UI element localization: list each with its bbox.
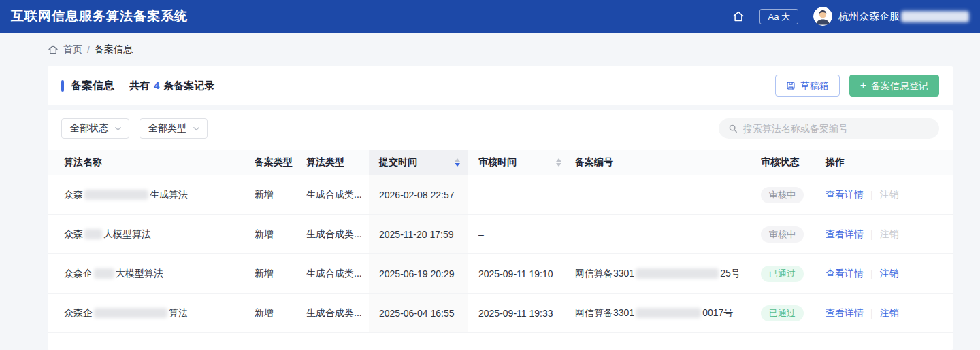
- view-details-link[interactable]: 查看详情: [826, 228, 864, 241]
- submit-time: 2025-06-04 16:55: [369, 294, 468, 332]
- draft-icon: [786, 81, 796, 90]
- breadcrumb-home-icon: [48, 44, 59, 55]
- filing-type: 新增: [255, 294, 306, 332]
- algorithm-name: 众森企大模型算法: [48, 254, 255, 293]
- breadcrumb-current: 备案信息: [95, 43, 133, 56]
- breadcrumb-separator: /: [87, 44, 90, 55]
- breadcrumb: 首页 / 备案信息: [0, 33, 980, 66]
- cancel-link: 注销: [880, 228, 899, 241]
- title-accent-bar: [61, 80, 64, 92]
- row-actions: 查看详情|注销: [826, 294, 953, 332]
- status-badge-cell: 审核中: [761, 215, 826, 253]
- table-row: 众森企算法 新增 生成合成类... 2025-06-04 16:55 2025-…: [48, 294, 953, 333]
- type-filter-select[interactable]: 全部类型: [140, 118, 208, 139]
- status-badge-cell: 审核中: [761, 175, 826, 214]
- algo-type: 生成合成类...: [306, 175, 369, 214]
- submit-time: 2025-06-19 20:29: [369, 254, 468, 293]
- filing-type: 新增: [255, 215, 306, 253]
- algo-type: 生成合成类...: [306, 294, 369, 332]
- redaction-blur: [901, 11, 969, 22]
- user-name: 杭州众森企服: [838, 10, 969, 23]
- filing-number: [575, 175, 761, 214]
- app-header: 互联网信息服务算法备案系统 Aa 大 杭州众森企服: [0, 0, 980, 33]
- table-row: 众森大模型算法 新增 生成合成类... 2025-11-20 17:59 – 审…: [48, 215, 953, 254]
- redaction-blur: [94, 308, 167, 318]
- search-input[interactable]: [743, 123, 930, 134]
- user-avatar: [813, 7, 832, 26]
- filing-number: [575, 215, 761, 253]
- page-title: 备案信息: [71, 79, 114, 93]
- col-review-time: 审核时间: [468, 150, 575, 175]
- col-name: 算法名称: [48, 150, 255, 175]
- redaction-blur: [636, 308, 701, 318]
- font-size-toggle[interactable]: Aa 大: [760, 9, 798, 24]
- plus-icon: +: [860, 80, 866, 91]
- redaction-blur: [636, 268, 719, 279]
- redaction-blur: [84, 190, 148, 200]
- home-icon[interactable]: [732, 10, 745, 22]
- status-badge: 已通过: [761, 266, 804, 282]
- view-details-link[interactable]: 查看详情: [826, 189, 864, 201]
- submit-time: 2025-11-20 17:59: [369, 215, 468, 253]
- algo-type: 生成合成类...: [306, 254, 369, 293]
- filing-table: 算法名称 备案类型 算法类型 提交时间 审核时间 备案编号 审核状态 操作 众森…: [48, 150, 953, 333]
- filing-type: 新增: [255, 254, 306, 293]
- review-time: 2025-09-11 19:33: [468, 294, 575, 332]
- row-actions: 查看详情|注销: [826, 175, 953, 214]
- table-row: 众森企大模型算法 新增 生成合成类... 2025-06-19 20:29 20…: [48, 254, 953, 294]
- draft-box-button[interactable]: 草稿箱: [775, 75, 840, 97]
- col-filing-type: 备案类型: [255, 150, 306, 175]
- list-card: 全部状态 全部类型 算法名称 备案类型 算法类型 提交时间 审核时间 备案编号: [48, 110, 953, 350]
- algo-type: 生成合成类...: [306, 215, 369, 253]
- col-actions: 操作: [826, 150, 953, 175]
- review-time: 2025-09-11 19:10: [468, 254, 575, 293]
- view-details-link[interactable]: 查看详情: [826, 268, 864, 280]
- col-algo-type: 算法类型: [306, 150, 369, 175]
- col-filing-no: 备案编号: [575, 150, 761, 175]
- col-submit-time: 提交时间: [369, 150, 468, 175]
- search-box[interactable]: [719, 118, 939, 139]
- view-details-link[interactable]: 查看详情: [826, 307, 864, 319]
- status-badge: 已通过: [761, 305, 804, 321]
- record-count: 共有4条备案记录: [129, 80, 214, 92]
- algorithm-name: 众森企算法: [48, 294, 255, 332]
- status-badge: 审核中: [761, 187, 804, 203]
- row-actions: 查看详情|注销: [826, 215, 953, 253]
- chevron-down-icon: [193, 125, 200, 133]
- status-badge-cell: 已通过: [761, 254, 826, 293]
- breadcrumb-home[interactable]: 首页: [63, 43, 82, 56]
- filing-type: 新增: [255, 175, 306, 214]
- cancel-link: 注销: [880, 189, 899, 201]
- user-menu[interactable]: 杭州众森企服: [813, 7, 969, 26]
- row-actions: 查看详情|注销: [826, 254, 953, 293]
- table-row: 众森生成算法 新增 生成合成类... 2026-02-08 22:57 – 审核…: [48, 175, 953, 215]
- redaction-blur: [94, 268, 114, 279]
- status-filter-select[interactable]: 全部状态: [61, 118, 129, 139]
- review-time: –: [468, 175, 575, 214]
- status-badge: 审核中: [761, 226, 804, 243]
- redaction-blur: [84, 229, 102, 239]
- col-status: 审核状态: [761, 150, 826, 175]
- algorithm-name: 众森大模型算法: [48, 215, 255, 253]
- chevron-down-icon: [114, 125, 122, 133]
- table-header-row: 算法名称 备案类型 算法类型 提交时间 审核时间 备案编号 审核状态 操作: [48, 150, 953, 175]
- sort-control-submit-time[interactable]: [455, 158, 460, 167]
- filing-number: 网信算备330125号: [575, 254, 761, 293]
- app-title: 互联网信息服务算法备案系统: [11, 7, 188, 25]
- review-time: –: [468, 215, 575, 253]
- cancel-link[interactable]: 注销: [880, 307, 899, 319]
- algorithm-name: 众森生成算法: [48, 175, 255, 214]
- title-card: 备案信息 共有4条备案记录 草稿箱 + 备案信息登记: [48, 66, 953, 105]
- record-count-number: 4: [154, 80, 159, 91]
- search-icon: [728, 124, 738, 133]
- cancel-link[interactable]: 注销: [880, 268, 899, 280]
- status-badge-cell: 已通过: [761, 294, 826, 332]
- submit-time: 2026-02-08 22:57: [369, 175, 468, 214]
- sort-control-review-time[interactable]: [556, 158, 561, 167]
- register-filing-button[interactable]: + 备案信息登记: [849, 75, 939, 97]
- filing-number: 网信算备33010017号: [575, 294, 761, 332]
